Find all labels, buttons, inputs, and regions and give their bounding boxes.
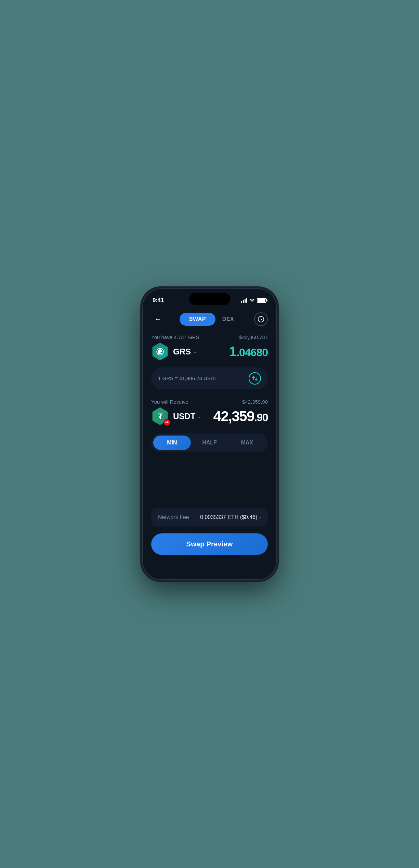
network-fee-label: Network Fee [158, 514, 189, 520]
swap-preview-button[interactable]: Swap Preview [151, 533, 268, 555]
from-balance-label: You have 4.737 GRS [151, 334, 199, 340]
exchange-rate-text: 1 GRS = 41,986.23 USDT [158, 375, 218, 381]
receive-balance-row: You will Receive $42,359.90 [151, 399, 268, 405]
from-token-left[interactable]: GRS ⌄ [151, 343, 197, 361]
op-badge: OP [163, 419, 170, 426]
receive-amount-display: 42,359.90 [213, 408, 268, 425]
battery-icon [257, 298, 266, 303]
history-button[interactable] [254, 312, 268, 326]
dynamic-island [189, 293, 230, 305]
network-fee-section[interactable]: Network Fee 0.0035337 ETH ($0.46) › [151, 508, 268, 527]
to-token-name: USDT [173, 412, 195, 421]
main-content: ← SWAP DEX You have 4.737 GRS $42,36 [143, 307, 276, 580]
receive-usd: $42,359.90 [242, 399, 268, 405]
receive-label: You will Receive [151, 399, 188, 405]
receive-amount-whole: 42,359 [213, 408, 254, 424]
from-amount-decimal: .04680 [236, 346, 268, 359]
phone-frame: 9:41 ← [142, 288, 277, 580]
back-button[interactable]: ← [151, 312, 165, 326]
fee-amount-text: 0.0035337 ETH ($0.46) [200, 514, 257, 520]
status-time: 9:41 [153, 297, 164, 304]
exchange-rate-bar: 1 GRS = 41,986.23 USDT [151, 367, 268, 389]
history-icon [258, 316, 264, 323]
swap-direction-button[interactable] [249, 372, 261, 385]
to-token-row: ₮ OP USDT ⌄ 42,359.90 [151, 407, 268, 425]
max-button[interactable]: MAX [228, 436, 266, 450]
network-fee-value: 0.0035337 ETH ($0.46) › [200, 514, 261, 520]
from-section: You have 4.737 GRS $42,360.737 [151, 334, 268, 580]
grs-logo [155, 347, 165, 357]
receive-amount-decimal: .90 [254, 411, 268, 424]
amount-buttons: MIN HALF MAX [151, 433, 268, 452]
grs-token-inner [152, 344, 168, 360]
swap-arrows-icon [252, 375, 258, 381]
signal-bars-icon [241, 298, 247, 303]
half-button[interactable]: HALF [191, 436, 228, 450]
header-nav: ← SWAP DEX [151, 307, 268, 334]
wifi-icon [249, 298, 255, 303]
tab-group: SWAP DEX [180, 313, 240, 326]
fee-chevron-icon: › [259, 515, 261, 520]
from-balance-usd: $42,360.737 [239, 334, 268, 340]
usdt-token-icon: ₮ OP [151, 407, 169, 425]
from-amount-whole: 1 [229, 344, 236, 359]
from-token-dropdown-icon: ⌄ [193, 349, 197, 354]
from-token-name: GRS [173, 347, 191, 357]
tab-swap[interactable]: SWAP [180, 313, 215, 326]
grs-token-icon [151, 343, 169, 361]
to-token-name-group[interactable]: USDT ⌄ [173, 412, 201, 421]
from-balance-row: You have 4.737 GRS $42,360.737 [151, 334, 268, 340]
tab-dex[interactable]: DEX [217, 313, 239, 326]
back-arrow-icon: ← [154, 315, 162, 324]
status-icons [241, 298, 266, 303]
from-token-row: GRS ⌄ 1.04680 [151, 343, 268, 361]
to-token-dropdown-icon: ⌄ [197, 414, 201, 419]
from-amount-display[interactable]: 1.04680 [229, 344, 268, 359]
from-token-name-group[interactable]: GRS ⌄ [173, 347, 197, 357]
to-token-left[interactable]: ₮ OP USDT ⌄ [151, 407, 201, 425]
min-button[interactable]: MIN [153, 436, 191, 450]
